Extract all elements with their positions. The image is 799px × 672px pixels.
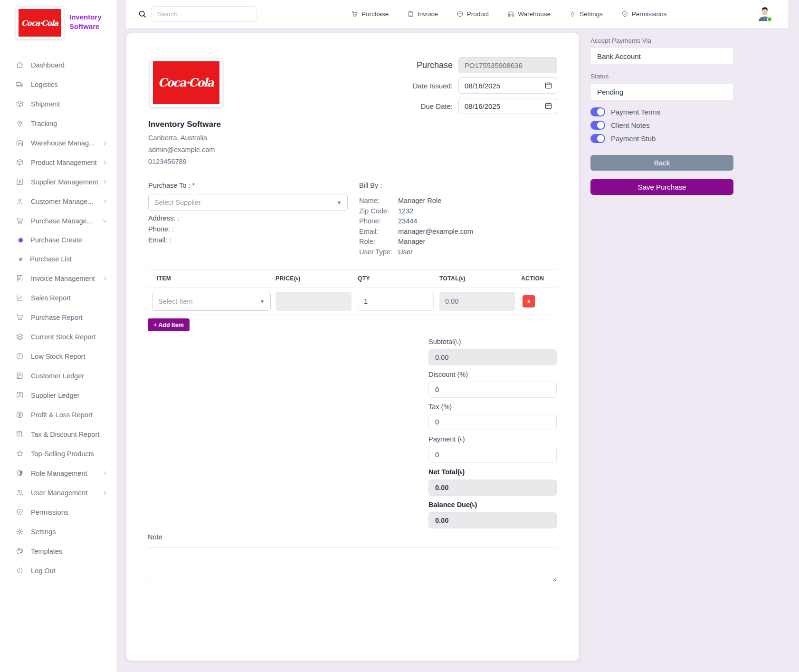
topnav-item-settings[interactable]: Settings <box>569 10 603 18</box>
total-field-balance-due: Balance Due(৳) <box>428 501 557 528</box>
sidebar-item-permissions[interactable]: Permissions <box>0 502 116 522</box>
sidebar-item-warehouse-manag[interactable]: Warehouse Manag... <box>0 133 116 153</box>
invoice-icon <box>407 10 414 18</box>
item-qty-input[interactable] <box>358 292 434 311</box>
chevron-down-icon: ▼ <box>260 299 265 304</box>
supplier-select-value: Select Supplier <box>154 199 201 206</box>
total-input-tax[interactable] <box>428 414 557 430</box>
sidebar-item-sales-report[interactable]: Sales Report <box>0 288 116 307</box>
chevron-right-icon <box>102 470 108 476</box>
sidebar-item-log-out[interactable]: Log Out <box>0 561 116 580</box>
coca-cola-logo-image: Coca·Cola <box>19 9 61 37</box>
search-input[interactable] <box>152 6 257 22</box>
sidebar-item-low-stock-report[interactable]: Low Stock Report <box>0 346 116 366</box>
app-name: Inventory Software <box>69 6 102 32</box>
sidebar-item-invoice-management[interactable]: Invoice Management <box>0 269 116 288</box>
sidebar-item-templates[interactable]: Templates <box>0 541 116 561</box>
chevron-right-icon <box>102 276 108 281</box>
sidebar-item-dashboard[interactable]: Dashboard <box>0 55 116 75</box>
search-icon <box>138 10 147 19</box>
sidebar-item-settings[interactable]: Settings <box>0 522 116 541</box>
ledger-icon <box>16 372 24 380</box>
bill-by-section: Bill By : Name:Manager RoleZip Code:1232… <box>359 182 473 257</box>
back-button[interactable]: Back <box>590 155 733 171</box>
sidebar-item-tax-discount-report[interactable]: Tax & Discount Report <box>0 424 116 444</box>
sidebar-item-customer-manage[interactable]: Customer Manage... <box>0 192 116 211</box>
sidebar-item-purchase-create[interactable]: Purchase Create <box>0 230 116 250</box>
topnav-item-product[interactable]: Product <box>457 10 489 18</box>
sidebar-item-purchase-report[interactable]: Purchase Report <box>0 307 116 327</box>
user-icon <box>16 197 24 205</box>
column-header-price: PRICE(৳) <box>276 275 358 282</box>
total-input-payment[interactable] <box>428 447 557 463</box>
layers-icon <box>16 333 24 341</box>
date-issued-input[interactable] <box>458 77 557 94</box>
add-item-button[interactable]: + Add Item <box>148 318 190 331</box>
delete-item-button[interactable]: x <box>523 295 535 307</box>
user-avatar[interactable] <box>757 6 773 22</box>
sidebar-item-purchase-manage[interactable]: Purchase Manage... <box>0 211 116 230</box>
column-header-item: ITEM <box>157 275 276 282</box>
items-table: ITEMPRICE(৳)QTYTOTAL(৳)ACTION Select Ite… <box>148 269 557 315</box>
box-icon <box>16 158 24 166</box>
purchase-to-label: Purchase To : * <box>148 182 348 189</box>
total-input-net-total <box>428 480 557 496</box>
app-name-line2: Software <box>69 22 102 31</box>
calendar-icon[interactable] <box>544 102 552 110</box>
svg-text:Coca·Cola: Coca·Cola <box>21 19 59 28</box>
sidebar-item-purchase-list[interactable]: Purchase List <box>0 250 116 269</box>
bill-by-row-name: Name:Manager Role <box>359 196 473 206</box>
topnav-item-warehouse[interactable]: Warehouse <box>507 10 551 18</box>
total-field-payment: Payment (৳) <box>428 435 557 463</box>
invoice-icon <box>16 274 24 282</box>
topnav-item-purchase[interactable]: Purchase <box>351 10 389 18</box>
sidebar-item-profit-loss-report[interactable]: Profit & Loss Report <box>0 405 116 424</box>
total-field-tax: Tax (%) <box>428 403 557 430</box>
item-select[interactable]: Select Item ▼ <box>152 292 271 311</box>
gear-icon <box>16 528 24 536</box>
sidebar-item-role-management[interactable]: Role Management <box>0 463 116 483</box>
sidebar-item-supplier-ledger[interactable]: Supplier Ledger <box>0 385 116 405</box>
accept-payments-value: Bank Account <box>597 52 641 60</box>
chevron-right-icon <box>102 160 108 165</box>
box-icon <box>457 10 464 18</box>
save-purchase-button[interactable]: Save Purchase <box>590 179 733 195</box>
alert-icon <box>16 352 24 360</box>
sidebar-item-logistics[interactable]: Logistics <box>0 75 116 94</box>
toggle-payment-stub[interactable] <box>590 134 605 143</box>
purchase-to-section: Purchase To : * Select Supplier ▼ Addres… <box>148 182 348 244</box>
sidebar-item-current-stock-report[interactable]: Current Stock Report <box>0 327 116 346</box>
toggle-client-notes[interactable] <box>590 121 605 130</box>
svg-text:Coca·Cola: Coca·Cola <box>158 76 214 89</box>
users-icon <box>16 489 24 497</box>
item-total-field <box>439 292 515 311</box>
sidebar-item-product-management[interactable]: Product Management <box>0 153 116 172</box>
sidebar-item-user-management[interactable]: User Management <box>0 483 116 502</box>
calendar-icon[interactable] <box>544 81 552 89</box>
supplier-select[interactable]: Select Supplier ▼ <box>148 194 348 211</box>
bill-by-row-email: Email:manager@example.com <box>359 227 473 237</box>
note-textarea[interactable] <box>148 547 557 582</box>
bill-by-row-zip-code: Zip Code:1232 <box>359 206 473 217</box>
sidebar-item-shipment[interactable]: Shipment <box>0 94 116 114</box>
accept-payments-select[interactable]: Bank Account <box>590 48 733 65</box>
sidebar-item-customer-ledger[interactable]: Customer Ledger <box>0 366 116 385</box>
due-date-input[interactable] <box>458 98 557 114</box>
total-input-discount[interactable] <box>428 382 557 398</box>
topnav-item-invoice[interactable]: Invoice <box>407 10 438 18</box>
total-input-balance-due <box>428 512 557 528</box>
status-select[interactable]: Pending <box>590 83 733 100</box>
chart-icon <box>16 294 24 302</box>
sidebar-item-supplier-management[interactable]: Supplier Management <box>0 172 116 192</box>
sidebar-item-tracking[interactable]: Tracking <box>0 114 116 133</box>
app-name-line1: Inventory <box>69 12 102 22</box>
package-icon <box>16 100 24 108</box>
cart-icon <box>16 217 24 225</box>
due-date-label: Due Date: <box>374 102 458 110</box>
topbar-nav: PurchaseInvoiceProductWarehouseSettingsP… <box>351 10 666 18</box>
items-table-header: ITEMPRICE(৳)QTYTOTAL(৳)ACTION <box>148 269 557 288</box>
toggle-payment-terms[interactable] <box>590 107 605 116</box>
topnav-item-permissions[interactable]: Permissions <box>621 10 667 18</box>
sidebar-item-top-selling-products[interactable]: Top-Selling Products <box>0 444 116 463</box>
location-icon <box>16 119 24 127</box>
